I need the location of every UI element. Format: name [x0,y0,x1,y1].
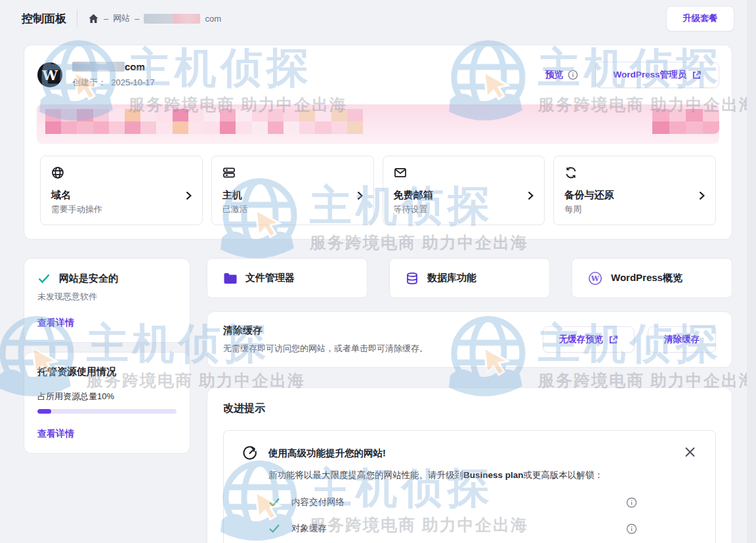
resources-progress-bar [37,409,177,414]
feature-check-list: 内容交付网络 对象缓存 [268,489,637,543]
site-card: W com 创建于： 2025-10-17 预览 [24,45,732,240]
page-title: 控制面板 [22,11,66,26]
security-details-link[interactable]: 查看详情 [37,317,74,329]
plan-name: Business plan [463,470,524,480]
breadcrumb-section[interactable]: 网站 [113,12,130,24]
quick-card-title: 主机 [222,189,242,202]
database-icon [406,272,419,285]
preview-link[interactable]: 预览 [545,69,578,81]
control-panel-page: 控制面板 – 网站 – com 升级套餐 W com 创建于： [0,0,756,543]
svg-text:W: W [591,274,600,283]
cache-card: 清除缓存 无需缓存即可访问您的网站，或者单击即可清除缓存。 无缓存预览 清除缓存 [207,311,732,368]
check-icon [37,272,51,285]
file-manager-card[interactable]: 文件管理器 [207,258,368,298]
resources-usage-text: 占所用资源总量10% [37,391,177,402]
cache-title: 清除缓存 [223,324,428,337]
home-icon[interactable] [88,13,99,24]
preview-no-cache-button[interactable]: 无缓存预览 [543,326,635,353]
quick-card-title: 域名 [51,189,71,202]
info-icon[interactable] [626,523,637,534]
improvements-title: 改进提示 [223,402,716,416]
clear-cache-button[interactable]: 清除缓存 [648,326,716,353]
redacted-domain-name [72,62,125,72]
domain-suffix: com [125,61,145,72]
header-divider [77,10,77,27]
wordpress-overview-card[interactable]: W WordPress概览 [572,258,732,298]
wordpress-icon: W [588,271,602,286]
quick-card-hosting[interactable]: 主机 已激活 [211,156,374,225]
list-item: 对象缓存 [268,515,637,542]
header: 控制面板 – 网站 – com 升级套餐 [0,0,756,37]
breadcrumb: – 网站 – com [88,12,221,24]
upgrade-plan-button[interactable]: 升级套餐 [666,6,734,32]
server-icon [222,166,236,179]
resources-progress-fill [37,409,51,414]
folder-icon [223,272,237,284]
check-icon [268,496,280,508]
promo-description: 新功能将以最大限度提高您的网站性能。请升级到Business plan或更高版本… [268,469,697,481]
feature-label: WordPress概览 [611,272,682,284]
check-icon [268,523,280,534]
quick-card-domain[interactable]: 域名 需要手动操作 [40,156,203,225]
quick-card-subtitle: 每周 [564,204,705,215]
list-item: 内容交付网络 [268,489,637,515]
censored-text-mosaic [45,109,363,134]
quick-card-subtitle: 已激活 [222,204,363,215]
feature-label: 数据库功能 [427,272,476,284]
external-link-icon [608,335,618,345]
censored-notification-banner [37,104,719,144]
quick-cards-row: 域名 需要手动操作 主机 已激活 [24,144,732,239]
mail-icon [394,166,407,179]
security-title: 网站是安全的 [59,272,118,285]
resources-card: 托管资源使用情况 占所用资源总量10% 查看详情 [24,352,190,454]
cache-description: 无需缓存即可访问您的网站，或者单击即可清除缓存。 [223,343,428,355]
breadcrumb-separator: – [104,14,108,24]
speedometer-icon [242,445,258,461]
resources-title: 托管资源使用情况 [37,366,177,378]
quick-card-backup[interactable]: 备份与还原 每周 [553,156,716,225]
created-date-line: 创建于： 2025-10-17 [72,77,155,89]
chevron-right-icon [357,191,363,200]
info-icon[interactable] [568,70,578,80]
quick-card-email[interactable]: 免费邮箱 等待设置 [383,156,545,225]
security-card: 网站是安全的 未发现恶意软件 查看详情 [24,258,190,343]
wordpress-logo: W [37,62,62,87]
close-icon[interactable] [683,445,697,459]
censored-button-mosaic [652,109,719,134]
globe-icon [51,166,64,179]
info-icon[interactable] [626,497,637,508]
breadcrumb-separator: – [135,14,139,24]
scrollbar[interactable] [747,0,756,543]
chevron-right-icon [699,191,705,200]
promo-title: 使用高级功能提升您的网站! [268,445,386,460]
feature-label: 文件管理器 [245,272,295,284]
upgrade-promo-card: 使用高级功能提升您的网站! 新功能将以最大限度提高您的网站性能。请升级到Busi… [223,430,716,543]
quick-card-title: 免费邮箱 [394,189,433,202]
created-date: 2025-10-17 [111,77,155,87]
backup-icon [564,166,578,179]
quick-card-subtitle: 需要手动操作 [51,204,192,215]
security-subtitle: 未发现恶意软件 [37,291,177,303]
chevron-right-icon [528,191,534,200]
external-link-icon [692,70,702,80]
quick-card-title: 备份与还原 [564,189,614,202]
feature-cards-row: 文件管理器 数据库功能 W WordPress概览 [207,258,732,298]
database-card[interactable]: 数据库功能 [389,258,550,298]
breadcrumb-domain-suffix: com [205,14,221,24]
resources-details-link[interactable]: 查看详情 [37,428,74,440]
chevron-right-icon [186,191,192,200]
redacted-domain-breadcrumb [144,14,200,24]
wordpress-admin-button[interactable]: WordPress管理员 [595,62,719,88]
quick-card-subtitle: 等待设置 [394,204,534,215]
improvements-section: 改进提示 使用高级功能提升您的网站! 新功能将以最大限度提高您的网站性能。请升级… [207,387,732,543]
